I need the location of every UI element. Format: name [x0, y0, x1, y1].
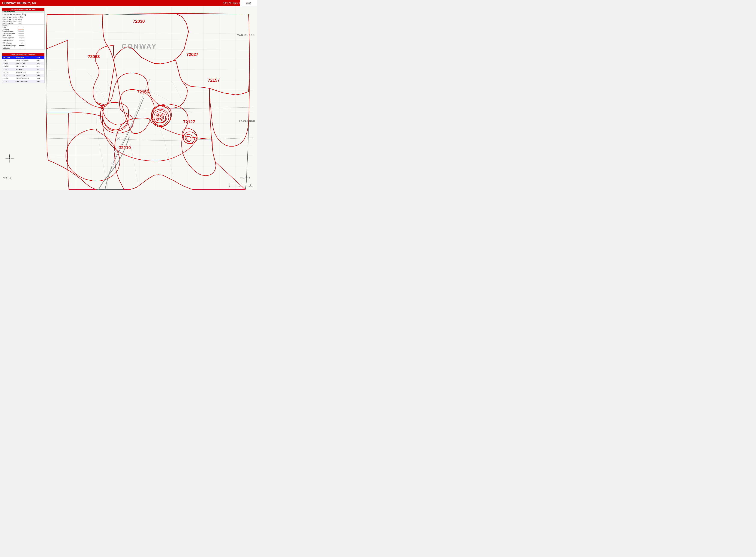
svg-marker-32 [9, 159, 10, 164]
cell-name: MENIFEE [15, 68, 37, 71]
compass-rose: N [4, 153, 15, 164]
col-header-loc: LOC [37, 56, 45, 59]
zip-index-table: ZIP Code ZIP Name LOC 72027CENTER RIDGEH… [2, 56, 45, 83]
state-line-symbol [19, 28, 24, 28]
legend-toll-roads: Toll Roads [2, 47, 45, 49]
cell-zip: 72110 [2, 71, 15, 74]
legend-secondary-streets: Secondary Streets [2, 33, 45, 34]
svg-line-7 [75, 6, 76, 189]
table-row: 72127PLUMERVILLEH6 [2, 74, 45, 77]
cell-name: MORRILTON [15, 71, 37, 74]
county-line-symbol [19, 26, 24, 26]
table-row: 72027CENTER RIDGEH2 [2, 59, 45, 62]
primary-street-symbol [19, 31, 24, 32]
table-row: 72063HATTIEVILLEE3 [2, 65, 45, 68]
svg-line-20 [91, 6, 92, 189]
zip-label-72110: 72110 [119, 145, 131, 150]
index-table: ZIP Code Index/Grid Location ZIP Code ZI… [2, 53, 45, 83]
zip-label-72127: 72127 [183, 120, 195, 124]
table-row: 72157SPRINGFIELDH4 [2, 80, 45, 83]
cell-loc: E3 [37, 65, 45, 68]
zip-72110-inner [103, 102, 128, 130]
svg-text:40: 40 [113, 164, 114, 166]
legend-cities-title: Cities and Towns [2, 11, 45, 13]
svg-line-21 [123, 6, 124, 189]
map-area: 40 40 40 CONWAY 72030 72027 72063 72157 … [0, 6, 257, 189]
header-title: CONWAY COUNTY, AR [2, 1, 36, 5]
legend-county-line: County [2, 25, 45, 27]
zip-label-72157: 72157 [208, 78, 220, 83]
svg-line-0 [47, 32, 253, 34]
cell-name: HATTIEVILLE [15, 65, 37, 68]
svg-text:N: N [9, 155, 10, 157]
cell-name: CLEVELAND [15, 62, 37, 65]
scale-bar: 0 10 20 mi [227, 183, 253, 187]
svg-point-35 [9, 158, 10, 159]
svg-line-3 [47, 91, 253, 92]
legend-primary-streets: Primary Streets [2, 31, 45, 33]
cell-zip: 72107 [2, 68, 15, 71]
cell-zip: 72156 [2, 77, 15, 80]
legend-city-25k: Cities 25,000 - 49,999 ▪ City [2, 19, 45, 20]
svg-line-6 [47, 155, 253, 156]
table-row: 72110MORRILTONE6 [2, 71, 45, 74]
cell-zip: 72030 [2, 62, 15, 65]
zip-72063-boundary [47, 14, 115, 108]
cell-loc: H2 [37, 59, 45, 62]
table-row: 72107MENIFEEI6 [2, 68, 45, 71]
col-header-zip: ZIP Code [2, 56, 15, 59]
col-header-name: ZIP Name [15, 56, 37, 59]
cell-name: SOLGOHACHIA [15, 77, 37, 80]
svg-line-13 [47, 39, 253, 40]
cell-loc: H6 [37, 74, 45, 77]
legend-minor-streets: Minor Streets [2, 34, 45, 36]
logo-text: TargetMAPS [246, 1, 251, 4]
cell-name: CENTER RIDGE [15, 59, 37, 62]
svg-text:40: 40 [115, 151, 117, 152]
zip-label-72156: 72156 [137, 90, 149, 94]
secondary-street-symbol [19, 33, 24, 34]
cell-loc: G2 [37, 62, 45, 65]
legend-city-50k: Cities 50,000 - 99,999 ▪ City [2, 16, 45, 19]
svg-line-15 [47, 81, 253, 81]
index-table-title: ZIP Code Index/Grid Location [2, 53, 45, 56]
zip-72027-boundary [174, 13, 250, 95]
legend-state-hwy: State Highways [2, 39, 45, 41]
svg-marker-33 [5, 158, 9, 159]
table-row: 72156SOLGOHACHIAG4 [2, 77, 45, 80]
svg-line-16 [47, 102, 253, 103]
legend-city-5k: Cities 5,000 - 24,999 +city [2, 20, 45, 22]
legend-city-1k: Cities 1 - 4,999 +city [2, 22, 45, 24]
svg-line-9 [139, 6, 140, 189]
cell-loc: G4 [37, 77, 45, 80]
cell-loc: I6 [37, 68, 45, 71]
svg-text:10: 10 [239, 186, 241, 187]
zip-72156-main [93, 46, 187, 108]
zip-label-72027: 72027 [186, 52, 198, 57]
svg-line-17 [47, 123, 253, 124]
cell-name: PLUMERVILLE [15, 74, 37, 77]
svg-text:0: 0 [229, 186, 230, 187]
header: CONWAY COUNTY, AR 2021 ZIP Code Redline … [0, 0, 257, 6]
svg-line-8 [107, 6, 108, 189]
logo-box: TargetMAPS [240, 0, 257, 6]
zip-72110-south [46, 113, 96, 189]
legend-interstate-hwy: Interstate Highways [2, 44, 45, 47]
table-row: 72030CLEVELANDG2 [2, 62, 45, 65]
zip-label-72030: 72030 [133, 19, 145, 24]
svg-text:40: 40 [118, 138, 119, 139]
zip-72110-area [96, 102, 133, 133]
cell-name: SPRINGFIELD [15, 80, 37, 83]
cell-zip: 72027 [2, 59, 15, 62]
svg-marker-34 [10, 158, 14, 159]
legend-city-100k: Cities 100,000 and Above ▪ City [2, 13, 45, 16]
legend-title: 2021 Conway County, AR Map [2, 8, 45, 11]
zip-label-72063: 72063 [88, 54, 100, 59]
svg-line-2 [47, 69, 253, 70]
cell-loc: H4 [37, 80, 45, 83]
legend-us-hwy: US Highways [2, 41, 45, 44]
zip-72110-oval [66, 129, 120, 181]
county-main-label: CONWAY [121, 42, 157, 50]
svg-text:20 mi: 20 mi [249, 186, 253, 187]
cell-zip: 72157 [2, 80, 15, 83]
